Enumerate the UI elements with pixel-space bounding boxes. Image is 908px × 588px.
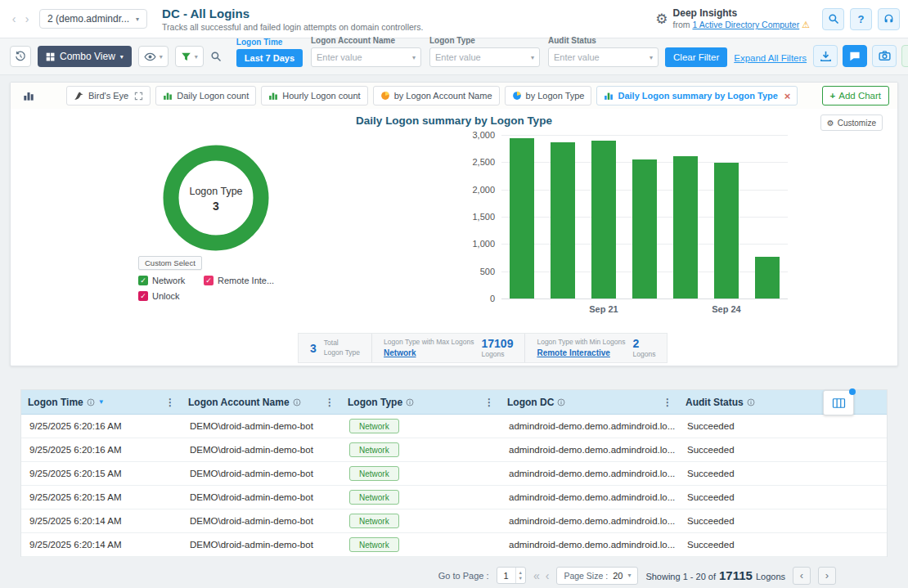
cell-logon-time: 9/25/2025 6:20:16 AM	[21, 438, 182, 461]
info-icon[interactable]	[87, 398, 95, 406]
chevron-down-icon: ▾	[195, 53, 198, 61]
step-down-icon[interactable]: ▼	[519, 576, 523, 581]
checkbox-checked-icon[interactable]: ✓	[204, 276, 214, 285]
custom-select-button[interactable]: Custom Select	[138, 256, 202, 270]
donut-chart[interactable]: Logon Type 3	[155, 137, 277, 259]
page-forward-button[interactable]: ›	[818, 567, 836, 585]
info-icon[interactable]	[406, 398, 414, 406]
go-to-page-input[interactable]	[497, 571, 515, 581]
chart-tab-by-logon-type[interactable]: by Logon Type	[505, 86, 592, 105]
bar-sep-21[interactable]	[591, 141, 616, 298]
filter-label: Logon Time	[236, 38, 303, 47]
column-menu-icon[interactable]: ⋮	[663, 397, 672, 408]
table-row[interactable]: 9/25/2025 6:20:15 AMDEMO\droid-admin-dem…	[21, 462, 887, 486]
page-back-button[interactable]: ‹	[793, 567, 811, 585]
table-row[interactable]: 9/25/2025 6:20:14 AMDEMO\droid-admin-dem…	[21, 509, 887, 533]
snapshot-button[interactable]	[872, 45, 897, 67]
global-search-button[interactable]	[822, 8, 844, 30]
info-icon[interactable]	[293, 398, 301, 406]
tab-bar-green-icon	[163, 91, 173, 101]
step-up-icon[interactable]: ▲	[519, 570, 523, 576]
download-button[interactable]	[813, 45, 838, 67]
clear-filter-button[interactable]: Clear Filter	[665, 47, 727, 67]
legend-item-network[interactable]: ✓Network	[138, 276, 204, 285]
nav-back-icon[interactable]: ‹	[8, 12, 20, 25]
table-row[interactable]: 9/25/2025 6:20:16 AMDEMO\droid-admin-dem…	[21, 415, 887, 438]
table-row[interactable]: 9/25/2025 6:20:15 AMDEMO\droid-admin-dem…	[21, 486, 887, 509]
filter-search-button[interactable]	[210, 46, 222, 67]
chart-tab-daily-logon-count[interactable]: Daily Logon count	[155, 86, 256, 105]
legend-item-unlock[interactable]: ✓Unlock	[138, 291, 204, 301]
support-button[interactable]	[878, 8, 900, 30]
table-row[interactable]: 9/25/2025 6:20:16 AMDEMO\droid-admin-dem…	[21, 438, 887, 462]
column-header-logon-account-name[interactable]: Logon Account Name⋮	[182, 390, 341, 414]
bar-sep-22[interactable]	[632, 159, 657, 298]
chart-tab-bird-s-eye[interactable]: Bird's Eye	[66, 86, 151, 105]
bar-sep-24[interactable]	[714, 163, 739, 298]
chevron-down-icon[interactable]: ▾	[531, 54, 539, 61]
info-icon[interactable]	[557, 398, 565, 406]
cell-logon-account-name: DEMO\droid-admin-demo-bot	[182, 486, 341, 509]
column-header-logon-time[interactable]: Logon Time▼⋮	[21, 390, 182, 414]
sort-caret-icon[interactable]: ▼	[98, 398, 105, 406]
column-label: Logon DC	[507, 397, 554, 408]
min-logon-type-link[interactable]: Remote Interactive	[537, 348, 609, 357]
chart-tab-hourly-logon-count[interactable]: Hourly Logon count	[261, 86, 367, 105]
filter-button[interactable]: ▾	[175, 46, 204, 67]
bar-sep-19[interactable]	[510, 138, 534, 298]
column-menu-icon[interactable]: ⋮	[484, 397, 494, 408]
deep-insights[interactable]: ⚙ Deep Insights from 1 Active Directory …	[655, 7, 810, 30]
column-picker-button[interactable]	[823, 390, 854, 415]
camera-icon	[879, 50, 891, 62]
filter-input[interactable]	[549, 52, 650, 62]
column-label: Logon Time	[28, 397, 83, 408]
active-directory-link[interactable]: 1 Active Directory Computer	[692, 20, 799, 29]
nav-forward-icon[interactable]: ›	[21, 12, 33, 25]
logon-type-badge: Network	[349, 537, 399, 552]
info-icon[interactable]	[747, 398, 755, 406]
filter-input[interactable]	[312, 52, 412, 62]
chevron-down-icon[interactable]: ▾	[412, 54, 420, 61]
prev-page-icon[interactable]: ‹	[546, 569, 550, 582]
stepper-arrows[interactable]: ▲▼	[515, 568, 525, 583]
view-columns-button[interactable]: ▾	[138, 46, 169, 67]
expand-icon[interactable]	[134, 92, 143, 101]
y-axis-label: 500	[454, 267, 495, 276]
checkbox-checked-icon[interactable]: ✓	[138, 276, 148, 285]
feedback-button[interactable]	[843, 45, 867, 67]
bar-sep-20[interactable]	[551, 142, 575, 298]
chart-tab-daily-logon-summary-by-logon-type[interactable]: Daily Logon summary by Logon Type×	[596, 86, 798, 105]
column-menu-icon[interactable]: ⋮	[325, 397, 335, 408]
page-size-select[interactable]: Page Size : 20 ▾	[556, 567, 638, 585]
search-icon	[210, 51, 222, 62]
help-button[interactable]: ?	[850, 8, 872, 30]
stat-total-logon-type: 3 TotalLogon Type	[299, 334, 371, 362]
bar-sep-25[interactable]	[755, 257, 780, 298]
x-axis: Sep 19Sep 20Sep 21Sep 22Sep 23Sep 24Sep …	[501, 304, 788, 314]
chart-list-button[interactable]	[19, 86, 38, 105]
checkbox-checked-icon[interactable]: ✓	[138, 291, 148, 301]
bar-sep-23[interactable]	[673, 156, 698, 298]
combo-view-button[interactable]: Combo View ▾	[38, 46, 132, 67]
first-page-icon[interactable]: «	[533, 569, 540, 582]
table-row[interactable]: 9/25/2025 6:20:14 AMDEMO\droid-admin-dem…	[21, 533, 887, 557]
tab-label: by Logon Type	[526, 91, 585, 101]
customize-button[interactable]: ⚙ Customize	[820, 114, 883, 131]
alerts-button[interactable]	[901, 45, 908, 67]
legend-item-remote-inte[interactable]: ✓Remote Inte...	[204, 276, 298, 285]
column-menu-icon[interactable]: ⋮	[165, 397, 175, 408]
chart-tab-by-logon-account-name[interactable]: by Logon Account Name	[373, 86, 500, 105]
tenant-selector[interactable]: 2 (demo.admindr... ▾	[39, 9, 147, 29]
column-header-logon-dc[interactable]: Logon DC⋮	[501, 390, 679, 414]
refresh-history-button[interactable]	[10, 46, 31, 67]
filter-input[interactable]	[430, 52, 531, 62]
close-tab-icon[interactable]: ×	[784, 91, 791, 101]
add-chart-label: Add Chart	[838, 91, 881, 101]
expand-all-filters-link[interactable]: Expand All Filters	[734, 53, 807, 67]
column-header-logon-type[interactable]: Logon Type⋮	[341, 390, 501, 414]
donut-ring-network[interactable]	[171, 153, 261, 243]
filter-value-button[interactable]: Last 7 Days	[236, 49, 303, 67]
max-logon-type-link[interactable]: Network	[384, 348, 416, 357]
chevron-down-icon[interactable]: ▾	[650, 54, 658, 61]
add-chart-button[interactable]: + Add Chart	[822, 86, 890, 105]
